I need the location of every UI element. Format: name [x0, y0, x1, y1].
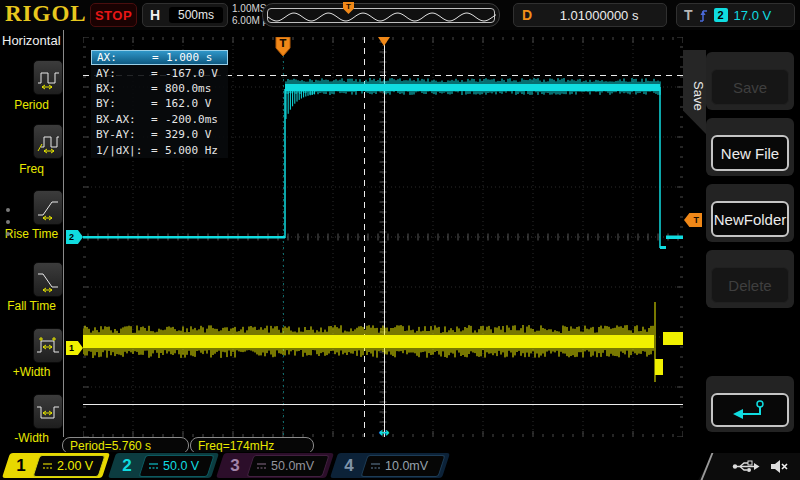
speaker-muted-icon[interactable] [770, 459, 788, 474]
usb-icon[interactable] [732, 460, 760, 473]
rise-time-icon [35, 195, 61, 221]
trigger-source-badge: 2 [714, 8, 728, 22]
new-folder-button[interactable]: NewFolder [711, 201, 789, 237]
dc-coupling-icon [256, 461, 267, 470]
new-file-button[interactable]: New File [711, 135, 789, 171]
return-arrow-icon [729, 399, 771, 421]
ch1-position-marker[interactable]: 1 [66, 341, 83, 355]
save-button[interactable]: Save [711, 69, 789, 105]
fall-time-icon [35, 267, 61, 293]
fall-time-button[interactable] [33, 262, 63, 297]
period-label: Period [0, 98, 63, 112]
delete-slot: Delete [706, 250, 794, 308]
left-function-menu: Horizontal Period Freq Rise Time [0, 30, 62, 452]
rising-edge-icon [699, 8, 708, 23]
freq-label: Freq [0, 162, 63, 176]
neg-width-label: -Width [0, 431, 63, 445]
left-menu-title: Horizontal [2, 33, 62, 48]
channel-1-scale: 2.00 V [57, 459, 93, 473]
cursor-row-bx: BX: = 800.0ms [91, 81, 228, 96]
freq-button[interactable] [33, 124, 63, 159]
channel-4-chip[interactable]: 4 10.0mV [334, 453, 446, 478]
channel-3-scale: 50.0mV [271, 459, 314, 473]
fall-time-label: Fall Time [0, 299, 63, 313]
period-button[interactable] [33, 60, 63, 95]
page-dot [6, 220, 10, 224]
delete-button[interactable]: Delete [711, 267, 789, 303]
notification-area [698, 453, 800, 480]
dc-coupling-icon [148, 461, 159, 470]
rise-time-button[interactable] [33, 190, 63, 225]
cursor-row-ay: AY: = -167.0 V [91, 65, 228, 80]
channel-status-bar: 1 2.00 V 2 50.0 V [0, 452, 800, 480]
freq-icon [35, 129, 61, 155]
delay-value: 1.01000000 s [532, 8, 666, 23]
dc-coupling-icon [42, 461, 53, 470]
delay-readout-box[interactable]: D 1.01000000 s [513, 3, 667, 27]
cursor-row-by: BY: = 162.0 V [91, 96, 228, 111]
channel-3-number: 3 [220, 456, 250, 476]
cursor-row-by-ay: BY-AY: = 329.0 V [91, 127, 228, 142]
channel-4-number: 4 [334, 456, 364, 476]
trigger-label: T [684, 7, 693, 23]
preview-waveform [268, 9, 496, 24]
cursor-row-inv-dx: 1/|dX|: = 5.000 Hz [91, 142, 228, 157]
horizontal-timebase-box[interactable]: H 500ms [142, 3, 228, 27]
oscilloscope-screen: RIGOL STOP H 500ms 1.00MSa/s 6.00M pts T… [0, 0, 800, 480]
preview-window [267, 8, 495, 23]
channel-3-chip[interactable]: 3 50.0mV [220, 453, 330, 478]
waveform-preview-bar[interactable]: T [262, 3, 500, 27]
channel-2-number: 2 [112, 456, 142, 476]
channel-2-chip[interactable]: 2 50.0 V [112, 453, 215, 478]
cursor-drag-handle-icon[interactable]: ↔ [379, 425, 390, 437]
new-folder-slot: NewFolder [706, 184, 794, 242]
trigger-position-label: T [280, 38, 287, 49]
pos-width-button[interactable] [33, 328, 63, 363]
page-dot [6, 232, 10, 236]
trigger-level-marker[interactable]: T [684, 213, 702, 227]
run-state-label: STOP [95, 8, 132, 23]
delay-label: D [522, 7, 532, 23]
period-icon [35, 65, 61, 91]
ch2-position-marker[interactable]: 2 [66, 230, 83, 244]
brand-logo: RIGOL [5, 1, 87, 27]
dc-coupling-icon [370, 461, 381, 470]
trigger-status-box[interactable]: T 2 17.0 V [676, 3, 795, 27]
run-state-indicator[interactable]: STOP [90, 3, 137, 27]
save-menu-tab[interactable]: Save [683, 50, 706, 134]
page-dot [6, 208, 10, 212]
cursor-row-ax: AX: = 1.000 s [91, 50, 228, 65]
channel-2-scale: 50.0 V [163, 459, 199, 473]
cursor-row-bx-ax: BX-AX: = -200.0ms [91, 112, 228, 127]
cursor-measurement-panel: AX: = 1.000 s AY: = -167.0 V BX: = 800.0… [91, 50, 228, 158]
h-label: H [150, 7, 160, 23]
top-status-bar: RIGOL STOP H 500ms 1.00MSa/s 6.00M pts T… [0, 0, 800, 30]
return-slot [706, 376, 794, 432]
save-slot: Save [706, 52, 794, 110]
neg-width-icon [35, 399, 61, 425]
neg-width-button[interactable] [33, 394, 63, 429]
channel-4-scale: 10.0mV [385, 459, 428, 473]
pos-width-icon [35, 333, 61, 359]
new-file-slot: New File [706, 118, 794, 176]
return-button[interactable] [711, 393, 789, 427]
trigger-level-value: 17.0 V [734, 8, 772, 23]
left-menu-divider [63, 30, 64, 437]
timebase-value: 500ms [169, 7, 223, 23]
pos-width-label: +Width [0, 365, 63, 379]
channel-1-number: 1 [6, 456, 36, 476]
channel-1-chip[interactable]: 1 2.00 V [6, 453, 106, 478]
